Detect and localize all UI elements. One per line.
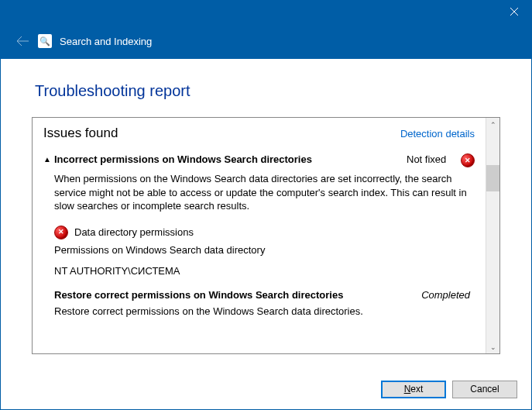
restore-row: Restore correct permissions on Windows S… bbox=[54, 289, 475, 301]
content-area: Troubleshooting report Issues found Dete… bbox=[1, 59, 531, 369]
report-body: Issues found Detection details ▲ Incorre… bbox=[33, 118, 486, 353]
back-button bbox=[15, 33, 30, 49]
issue-status: Not fixed bbox=[407, 153, 458, 165]
report-panel: Issues found Detection details ▲ Incorre… bbox=[32, 117, 500, 354]
issue-row[interactable]: ▲ Incorrect permissions on Windows Searc… bbox=[43, 153, 475, 167]
scroll-down-button[interactable]: ⌄ bbox=[486, 340, 499, 353]
scroll-thumb[interactable] bbox=[486, 165, 499, 191]
header-title: Search and Indexing bbox=[60, 36, 152, 47]
sub-issue-label: Data directory permissions bbox=[74, 226, 194, 238]
issue-status-icon bbox=[458, 153, 475, 167]
error-icon bbox=[461, 153, 475, 167]
scroll-up-button[interactable]: ⌃ bbox=[486, 118, 499, 131]
next-button[interactable]: Next bbox=[381, 381, 446, 398]
restore-title: Restore correct permissions on Windows S… bbox=[54, 289, 421, 301]
scroll-track[interactable] bbox=[486, 131, 499, 340]
sub-issue-row: Data directory permissions bbox=[54, 226, 475, 239]
scrollbar[interactable]: ⌃ ⌄ bbox=[486, 118, 499, 353]
detection-details-link[interactable]: Detection details bbox=[400, 128, 475, 140]
issue-description: When permissions on the Windows Search d… bbox=[54, 172, 475, 213]
sub-issue-account: NT AUTHORITY\СИСТЕМА bbox=[54, 265, 475, 277]
issues-found-heading: Issues found bbox=[43, 126, 118, 141]
collapse-icon[interactable]: ▲ bbox=[43, 155, 54, 164]
restore-desc: Restore correct permissions on the Windo… bbox=[54, 305, 475, 317]
wizard-header: 🔍 Search and Indexing bbox=[1, 23, 531, 59]
restore-status: Completed bbox=[421, 289, 475, 301]
cancel-button[interactable]: Cancel bbox=[452, 381, 517, 398]
error-icon bbox=[54, 226, 68, 239]
footer: Next Cancel bbox=[1, 369, 531, 409]
sub-issue-desc: Permissions on Windows Search data direc… bbox=[54, 244, 475, 256]
title-bar bbox=[1, 1, 531, 23]
issue-title: Incorrect permissions on Windows Search … bbox=[54, 153, 407, 165]
close-button[interactable] bbox=[496, 1, 531, 22]
troubleshooter-icon: 🔍 bbox=[38, 34, 52, 48]
page-title: Troubleshooting report bbox=[35, 82, 500, 100]
